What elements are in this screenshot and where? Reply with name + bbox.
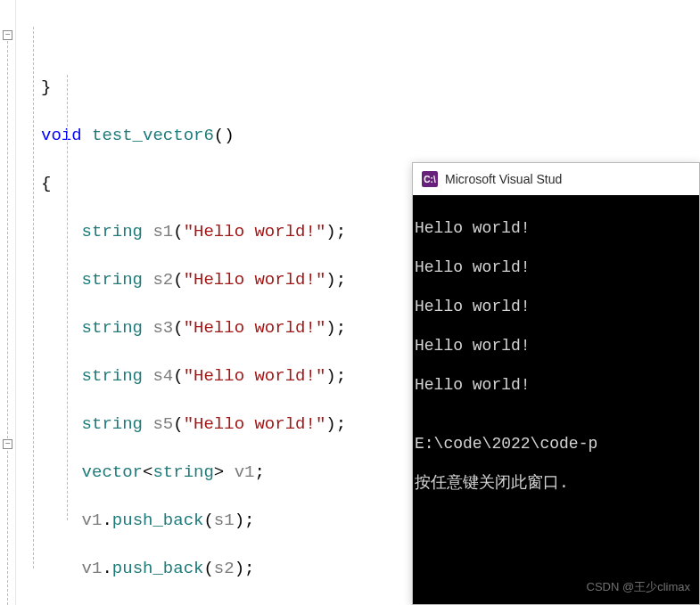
code-line: string s1("Hello world!"); — [41, 220, 346, 244]
console-titlebar[interactable]: C:\ Microsoft Visual Stud — [413, 163, 699, 195]
code-line: void test_vector6() — [41, 124, 346, 148]
console-line: Hello world! — [415, 336, 697, 356]
code-line: string s2("Hello world!"); — [41, 268, 346, 292]
code-line: } — [41, 76, 346, 100]
console-line: Hello world! — [415, 375, 697, 395]
indent-guide — [33, 27, 34, 568]
console-line: Hello world! — [415, 218, 697, 238]
code-line: string s5("Hello world!"); — [41, 413, 346, 437]
console-output[interactable]: Hello world! Hello world! Hello world! H… — [413, 195, 699, 604]
code-line: { — [41, 172, 346, 196]
fold-icon[interactable]: − — [3, 439, 12, 449]
console-line: Hello world! — [415, 258, 697, 277]
code-line: string s4("Hello world!"); — [41, 364, 346, 388]
console-line: E:\code\2022\code-p — [415, 434, 697, 454]
console-title: Microsoft Visual Stud — [445, 172, 562, 186]
watermark: CSDN @王少climax — [587, 577, 690, 597]
vs-logo-icon: C:\ — [422, 171, 438, 187]
code-line: v1.push_back(s1); — [41, 509, 346, 533]
code-line: string s3("Hello world!"); — [41, 316, 346, 340]
console-line: 按任意键关闭此窗口. — [415, 473, 697, 493]
indent-guide — [67, 75, 68, 520]
console-line: Hello world! — [415, 297, 697, 316]
code-line: v1.push_back(s2); — [41, 557, 346, 581]
code-area[interactable]: } void test_vector6() { string s1("Hello… — [16, 0, 346, 605]
fold-icon[interactable]: − — [3, 30, 12, 40]
scope-line — [7, 451, 8, 605]
code-line: vector<string> v1; — [41, 461, 346, 485]
console-window[interactable]: C:\ Microsoft Visual Stud Hello world! H… — [412, 162, 700, 605]
editor-gutter: − − — [0, 0, 16, 605]
scope-line — [7, 41, 8, 438]
